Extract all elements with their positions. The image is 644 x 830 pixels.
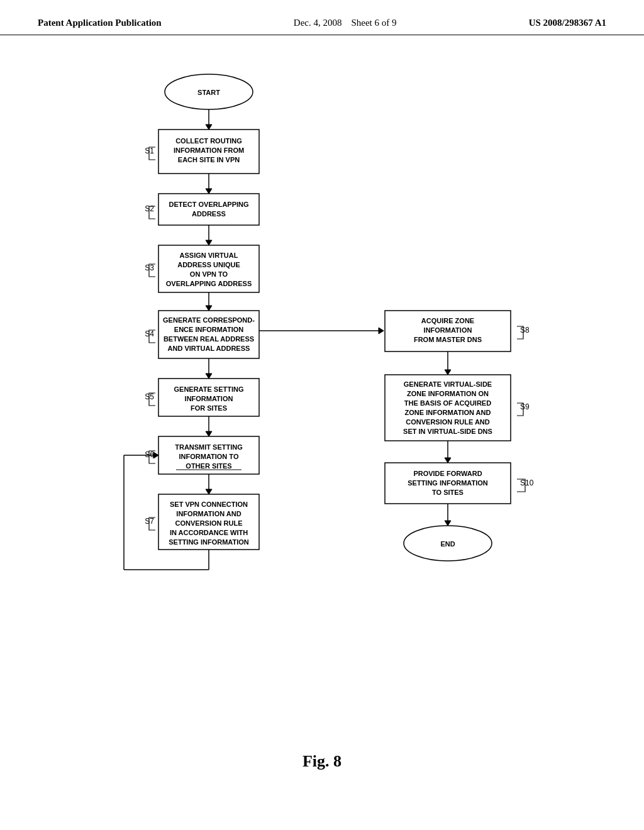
s6-label-2: INFORMATION TO [179, 453, 239, 460]
sheet-info: Sheet 6 of 9 [351, 18, 396, 28]
s4-step: S4 [145, 329, 154, 338]
arrowhead-s7-feedback [153, 452, 158, 458]
s9-label-6: SET IN VIRTUAL-SIDE DNS [403, 428, 492, 435]
header-center: Dec. 4, 2008 Sheet 6 of 9 [294, 18, 397, 28]
arrowhead-s4-s5 [206, 374, 212, 379]
s7-step: S7 [145, 517, 154, 526]
s3-label-1: ASSIGN VIRTUAL [180, 252, 238, 259]
arrowhead-s5-s6 [206, 431, 212, 436]
s10-label-3: TO SITES [432, 489, 464, 496]
s10-step-label: S10 [520, 479, 534, 487]
s5-label-3: FOR SITES [191, 404, 227, 412]
s7-label-5: SETTING INFORMATION [169, 538, 249, 546]
s6-step: S6 [145, 450, 154, 459]
arrowhead-s8-s9 [445, 370, 451, 375]
s2-label-1: DETECT OVERLAPPING [169, 201, 248, 208]
start-label: START [197, 89, 220, 96]
s9-label-5: CONVERSION RULE AND [406, 418, 489, 426]
arrowhead-s10-end [445, 521, 451, 526]
s3-label-2: ADDRESS UNIQUE [177, 261, 240, 268]
page-header: Patent Application Publication Dec. 4, 2… [0, 0, 644, 35]
s4-label-3: BETWEEN REAL ADDRESS [164, 335, 254, 343]
s4-label-4: AND VIRTUAL ADDRESS [168, 345, 250, 352]
s7-label-4: IN ACCORDANCE WITH [170, 529, 248, 536]
s1-label-3: EACH SITE IN VPN [178, 156, 240, 163]
s9-label-2: ZONE INFORMATION ON [407, 390, 489, 397]
s4-label-1: GENERATE CORRESPOND- [163, 316, 255, 324]
s2-box [158, 194, 259, 225]
s2-label-2: ADDRESS [192, 210, 226, 218]
publication-title: Patent Application Publication [38, 18, 162, 28]
figure-caption: Fig. 8 [38, 752, 606, 771]
arrowhead-s2-s3 [206, 240, 212, 245]
s1-label-1: COLLECT ROUTING [175, 137, 242, 145]
s3-label-4: OVERLAPPING ADDRESS [166, 280, 252, 287]
s9-step-label: S9 [520, 402, 530, 411]
s8-label-1: ACQUIRE ZONE [421, 317, 474, 324]
s5-label-1: GENERATE SETTING [174, 385, 243, 393]
arrowhead-s9-s10 [445, 458, 451, 463]
arrowhead-s1-s2 [206, 189, 212, 194]
s5-step: S5 [145, 392, 154, 401]
s9-label-4: ZONE INFORMATION AND [405, 409, 491, 416]
s7-label-1: SET VPN CONNECTION [170, 501, 248, 508]
patent-number: US 2008/298367 A1 [529, 18, 606, 28]
s8-label-3: FROM MASTER DNS [414, 336, 482, 343]
publication-date: Dec. 4, 2008 [294, 18, 342, 28]
s9-label-1: GENERATE VIRTUAL-SIDE [404, 380, 492, 388]
s8-step-label: S8 [520, 326, 530, 335]
arrowhead-start-s1 [206, 124, 212, 130]
arrowhead-s6-s7 [206, 489, 212, 494]
s6-label-1: TRANSMIT SETTING [175, 443, 243, 451]
s3-label-3: ON VPN TO [190, 270, 228, 278]
s6-label-3: OTHER SITES [186, 462, 231, 470]
s9-label-3: THE BASIS OF ACQUIRED [404, 399, 491, 407]
s10-label-2: SETTING INFORMATION [408, 479, 488, 487]
s10-label-1: PROVIDE FORWARD [413, 470, 482, 477]
s3-step: S3 [145, 263, 154, 272]
arrowhead-s3-s4 [206, 306, 212, 311]
diagram-area: START COLLECT ROUTING INFORMATION FROM E… [0, 35, 644, 809]
end-label: END [440, 540, 455, 548]
s4-label-2: ENCE INFORMATION [174, 326, 243, 333]
s7-label-2: INFORMATION AND [176, 510, 241, 517]
s2-step: S2 [145, 204, 154, 213]
arrowhead-s4-s8 [379, 328, 384, 334]
s1-label-2: INFORMATION FROM [174, 147, 244, 154]
flowchart-svg: START COLLECT ROUTING INFORMATION FROM E… [39, 54, 605, 746]
s1-step: S1 [145, 147, 154, 155]
s5-label-2: INFORMATION [185, 395, 233, 402]
s7-label-3: CONVERSION RULE [175, 519, 243, 527]
s8-label-2: INFORMATION [424, 326, 472, 334]
